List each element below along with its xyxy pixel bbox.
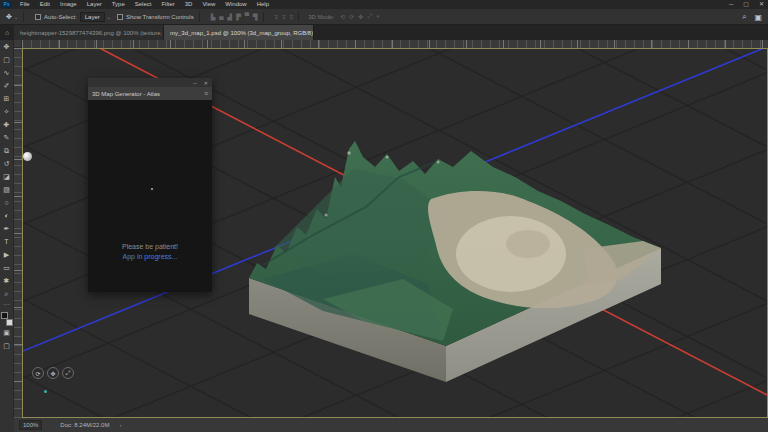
status-bar: 100% Doc: 8.24M/22.0M › xyxy=(14,418,768,432)
search-icon[interactable]: ⌕ xyxy=(742,12,746,22)
show-transform-checkbox[interactable] xyxy=(117,14,123,20)
spot-healing-tool[interactable]: ✚ xyxy=(0,118,14,131)
marquee-tool[interactable]: ▢ xyxy=(0,53,14,66)
menu-layer[interactable]: Layer xyxy=(82,0,107,9)
eyedropper-tool[interactable]: ✧ xyxy=(0,105,14,118)
align-left-icon[interactable]: ▙ xyxy=(211,13,216,20)
window-close-icon[interactable]: ✕ xyxy=(759,0,764,9)
dodge-icon: ◐ xyxy=(4,212,8,219)
blur-icon: ○ xyxy=(4,199,8,206)
hand-icon: ✱ xyxy=(4,277,10,285)
auto-select-dropdown[interactable]: Layer xyxy=(80,12,105,22)
blur-tool[interactable]: ○ xyxy=(0,196,14,209)
align-top-icon[interactable]: ▛ xyxy=(236,13,241,20)
move-icon: ✥ xyxy=(4,43,10,51)
rectangle-tool[interactable]: ▭ xyxy=(0,261,14,274)
screen-mode-icon: ▢ xyxy=(3,342,10,350)
type-tool[interactable]: T xyxy=(0,235,14,248)
menu-edit[interactable]: Edit xyxy=(35,0,55,9)
slide-3d-icon[interactable]: ⤢ xyxy=(367,13,372,20)
type-icon: T xyxy=(4,238,8,245)
background-color-swatch[interactable] xyxy=(6,319,13,326)
eraser-tool[interactable]: ◪ xyxy=(0,170,14,183)
zoom-level-field[interactable]: 100% xyxy=(19,420,42,430)
path-selection-tool[interactable]: ▶ xyxy=(0,248,14,261)
hand-tool[interactable]: ✱ xyxy=(0,274,14,287)
home-icon[interactable]: ⌂ xyxy=(0,25,14,40)
auto-select-caret-icon[interactable]: ⌄ xyxy=(107,14,111,20)
dialog-body: Please be patient! App in progress... xyxy=(88,100,212,292)
align-middle-icon[interactable]: ▀ xyxy=(245,13,249,20)
tab-heightmapper[interactable]: heightmapper-1529877474396.png @ 100% (t… xyxy=(14,25,164,40)
eyedropper-icon: ✧ xyxy=(4,108,10,116)
menu-type[interactable]: Type xyxy=(107,0,130,9)
align-right-icon[interactable]: ▟ xyxy=(228,13,233,20)
dolly-camera-icon[interactable]: ⤢ xyxy=(62,367,74,379)
light-source-widget[interactable] xyxy=(23,152,32,161)
window-minimize-icon[interactable]: ─ xyxy=(729,0,733,9)
quick-selection-tool[interactable]: ✐ xyxy=(0,79,14,92)
menu-view[interactable]: View xyxy=(197,0,220,9)
path-selection-icon: ▶ xyxy=(4,251,9,259)
roll-3d-icon[interactable]: ⟳ xyxy=(349,13,354,20)
align-bottom-icon[interactable]: ▜ xyxy=(253,13,258,20)
toolbar-footer xyxy=(0,418,14,432)
lasso-tool[interactable]: ∿ xyxy=(0,66,14,79)
gradient-tool[interactable]: ▨ xyxy=(0,183,14,196)
distribute-spacing-icon[interactable]: ≡ xyxy=(290,14,294,20)
menu-file[interactable]: File xyxy=(15,0,35,9)
gradient-icon: ▨ xyxy=(3,186,10,194)
crop-icon: ⊞ xyxy=(4,95,10,103)
auto-select-checkbox[interactable] xyxy=(35,14,41,20)
menu-help[interactable]: Help xyxy=(252,0,274,9)
screen-mode-button[interactable]: ▢ xyxy=(0,339,14,352)
vertical-ruler xyxy=(14,48,22,418)
3d-mode-label: 3D Mode: xyxy=(308,14,334,20)
tab-label: my_3d_map_1.psd @ 100% (3d_map_group, RG… xyxy=(170,30,314,36)
menu-filter[interactable]: Filter xyxy=(156,0,179,9)
orbit-camera-icon[interactable]: ⟳ xyxy=(32,367,44,379)
align-center-icon[interactable]: ▄ xyxy=(219,13,223,20)
terrain-3d-model[interactable] xyxy=(249,141,661,382)
zoom-tool[interactable]: ⌕ xyxy=(0,287,14,300)
dialog-menu-icon[interactable]: ≡ xyxy=(204,90,208,97)
zoom-3d-icon[interactable]: ⌖ xyxy=(376,13,379,20)
foreground-color-swatch[interactable] xyxy=(1,312,8,319)
dialog-minimize-icon[interactable]: ─ xyxy=(193,80,197,86)
clone-stamp-icon: ⧉ xyxy=(4,147,9,155)
pan-3d-icon[interactable]: ✥ xyxy=(358,13,363,20)
edit-toolbar-button[interactable]: ⋯ xyxy=(0,300,14,310)
distribute-horizontal-icon[interactable]: ≡ xyxy=(282,14,286,20)
photoshop-logo-icon: Ps xyxy=(2,1,11,8)
move-tool[interactable]: ✥ xyxy=(0,40,14,53)
patient-message: Please be patient! xyxy=(88,243,212,250)
color-swatches[interactable] xyxy=(1,312,13,326)
menu-3d[interactable]: 3D xyxy=(180,0,198,9)
lasso-icon: ∿ xyxy=(4,69,10,77)
map-generator-dialog: ─ ✕ 3D Map Generator - Atlas ≡ Please be… xyxy=(88,78,212,292)
workspace-switcher-icon[interactable]: ▣ xyxy=(754,13,762,22)
status-menu-arrow-icon[interactable]: › xyxy=(119,422,121,428)
menu-select[interactable]: Select xyxy=(130,0,157,9)
history-brush-tool[interactable]: ↺ xyxy=(0,157,14,170)
tab-my-3d-map[interactable]: my_3d_map_1.psd @ 100% (3d_map_group, RG… xyxy=(164,25,314,40)
dialog-title: 3D Map Generator - Atlas xyxy=(92,91,160,97)
move-tool-icon: ✥ xyxy=(6,13,12,21)
pen-tool[interactable]: ✒ xyxy=(0,222,14,235)
dialog-close-icon[interactable]: ✕ xyxy=(204,80,208,86)
quick-mask-button[interactable]: ▣ xyxy=(0,326,14,339)
dodge-tool[interactable]: ◐ xyxy=(0,209,14,222)
menu-window[interactable]: Window xyxy=(220,0,251,9)
orbit-3d-icon[interactable]: ⟲ xyxy=(340,13,345,20)
clone-stamp-tool[interactable]: ⧉ xyxy=(0,144,14,157)
zoom-icon: ⌕ xyxy=(5,290,9,298)
options-bar: ✥ ⌄ Auto-Select: Layer ⌄ Show Transform … xyxy=(0,9,768,25)
crop-tool[interactable]: ⊞ xyxy=(0,92,14,105)
menu-image[interactable]: Image xyxy=(55,0,82,9)
pan-camera-icon[interactable]: ✥ xyxy=(47,367,59,379)
distribute-vertical-icon[interactable]: ≡ xyxy=(275,14,279,20)
brush-tool[interactable]: ✎ xyxy=(0,131,14,144)
show-transform-label: Show Transform Controls xyxy=(126,14,194,20)
window-maximize-icon[interactable]: ▢ xyxy=(743,0,749,9)
tool-preset-caret-icon[interactable]: ⌄ xyxy=(14,14,18,20)
